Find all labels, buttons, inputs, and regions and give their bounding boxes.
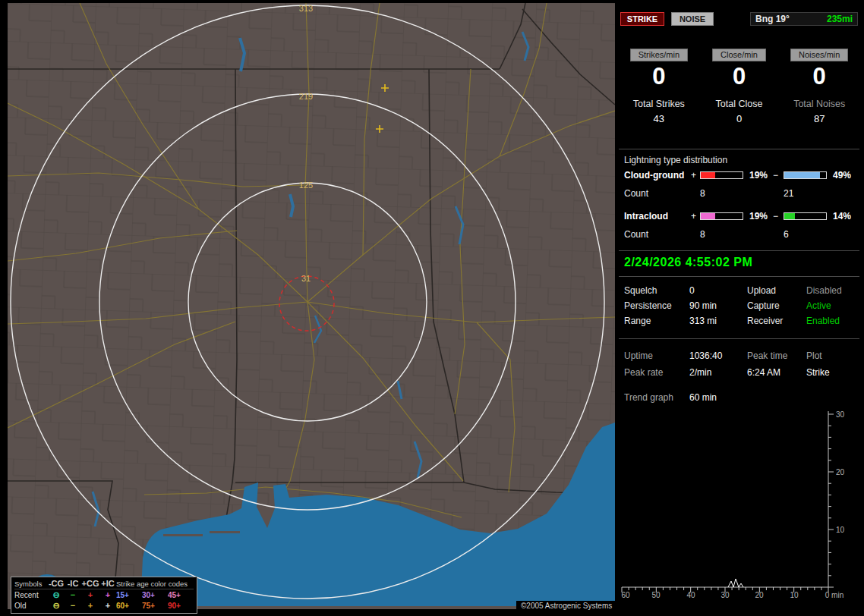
plot-label: Plot — [806, 350, 858, 361]
status-panel: STRIKE NOISE Bng 19° 235mi Strikes/min C… — [619, 6, 859, 613]
total-strikes-label: Total Strikes — [619, 99, 699, 109]
rate-chip-row: Strikes/min Close/min Noises/min — [619, 49, 859, 61]
range-label: Range — [624, 316, 689, 326]
total-close-value: 0 — [699, 113, 780, 124]
svg-text:0 min: 0 min — [825, 591, 844, 599]
cg-neg-bar-fill — [784, 172, 820, 178]
capture-status: Active — [806, 300, 858, 311]
age-code: 90+ — [168, 602, 194, 610]
persistence-label: Persistence — [624, 300, 689, 311]
plus-sign: + — [691, 170, 700, 181]
cg-neg-old-icon: ⊖ — [48, 602, 65, 610]
age-code: 15+ — [116, 591, 142, 599]
squelch-value: 0 — [689, 285, 747, 296]
bearing-display: Bng 19° 235mi — [750, 12, 858, 26]
trend-activity-spikes — [728, 579, 743, 587]
cg-pos-pct: 19% — [747, 170, 773, 181]
ic-neg-bar — [784, 212, 827, 220]
svg-text:20: 20 — [836, 468, 845, 476]
noises-per-min-chip: Noises/min — [790, 49, 848, 61]
close-per-min-chip: Close/min — [712, 49, 766, 61]
svg-text:20: 20 — [755, 591, 764, 599]
legend-age-header: Strike age color codes — [116, 580, 194, 588]
cg-neg-count: 21 — [784, 188, 831, 199]
svg-text:30: 30 — [836, 410, 845, 419]
noises-per-min-value: 0 — [779, 63, 859, 90]
strikes-per-min-chip: Strikes/min — [630, 49, 688, 61]
legend-col-ic-pos: +IC — [99, 580, 116, 588]
trend-graph: 30 20 10 60 50 40 30 20 10 0 min — [620, 407, 857, 608]
divider — [619, 338, 859, 339]
cloud-ground-label: Cloud-ground — [624, 170, 691, 181]
minus-sign: − — [773, 170, 784, 181]
cg-pos-count: 8 — [700, 188, 747, 199]
total-strikes-value: 43 — [619, 113, 699, 124]
legend-row-label: Recent — [14, 591, 48, 599]
legend-row-recent: Recent ⊖ − + + 15+ 30+ 45+ — [14, 589, 194, 600]
age-code: 45+ — [168, 591, 194, 599]
ic-pos-pct: 19% — [747, 211, 773, 222]
cg-pos-old-icon: + — [81, 602, 99, 610]
total-close-label: Total Close — [699, 99, 780, 109]
trend-graph-label: Trend graph — [624, 392, 689, 403]
trend-axes — [622, 411, 834, 592]
svg-text:10: 10 — [836, 526, 845, 534]
ic-pos-recent-icon: + — [99, 591, 116, 599]
trend-x-tick-labels: 60 50 40 30 20 10 0 min — [621, 591, 844, 599]
svg-text:30: 30 — [721, 591, 730, 599]
cg-pos-bar — [700, 171, 743, 179]
receiver-label: Receiver — [747, 316, 806, 326]
map-view[interactable]: 313 219 125 31 — [8, 3, 615, 609]
intracloud-count-row: Count 8 6 — [624, 229, 858, 240]
strike-toggle-button[interactable]: STRIKE — [620, 12, 664, 26]
legend-symbols-header: Symbols — [14, 580, 48, 588]
svg-text:125: 125 — [299, 181, 313, 190]
map-legend: Symbols -CG -IC +CG +IC Strike age color… — [11, 577, 197, 614]
mode-toggle-row: STRIKE NOISE Bng 19° 235mi — [619, 12, 859, 26]
map-svg: 313 219 125 31 — [8, 3, 615, 606]
svg-text:60: 60 — [621, 591, 630, 599]
settings-row: Range 313 mi Receiver Enabled — [624, 314, 858, 328]
svg-text:50: 50 — [651, 591, 661, 599]
uptime-value: 1036:40 — [689, 350, 747, 361]
ic-neg-bar-fill — [784, 213, 795, 219]
distribution-title: Lightning type distribution — [624, 155, 859, 165]
persistence-value: 90 min — [689, 300, 747, 311]
strikes-per-min-value: 0 — [619, 63, 699, 90]
ic-neg-old-icon: − — [65, 602, 81, 610]
total-noises-value: 87 — [779, 113, 859, 124]
svg-text:31: 31 — [301, 274, 311, 283]
peak-time-label: Peak time — [747, 350, 806, 361]
trend-header: Trend graph 60 min — [624, 391, 858, 404]
uptime-label: Uptime — [624, 350, 689, 361]
totals-label-row: Total Strikes Total Close Total Noises — [619, 99, 859, 109]
age-code: 60+ — [116, 602, 142, 610]
upload-status: Disabled — [806, 285, 858, 296]
cg-neg-bar — [784, 171, 827, 179]
cg-neg-pct: 49% — [831, 170, 858, 181]
plus-sign: + — [691, 211, 700, 222]
totals-value-row: 43 0 87 — [619, 113, 859, 124]
squelch-label: Squelch — [624, 285, 689, 296]
ic-pos-bar — [700, 212, 743, 220]
stats-row: Uptime 1036:40 Peak time Plot — [624, 349, 858, 363]
count-label: Count — [624, 188, 691, 199]
plot-value: Strike — [806, 367, 858, 378]
datetime-display: 2/24/2026 4:55:02 PM — [624, 256, 859, 269]
copyright-text: ©2005 Astrogenic Systems — [516, 601, 616, 611]
receiver-status: Enabled — [806, 316, 858, 326]
trend-window-value: 60 min — [689, 392, 747, 403]
cg-pos-recent-icon: + — [81, 591, 99, 599]
peak-rate-value: 2/min — [689, 367, 747, 378]
range-value: 313 mi — [689, 316, 747, 326]
ic-neg-pct: 14% — [831, 211, 858, 222]
svg-text:219: 219 — [299, 92, 313, 101]
legend-header: Symbols -CG -IC +CG +IC Strike age color… — [14, 579, 194, 589]
divider — [619, 250, 859, 251]
age-code: 30+ — [142, 591, 168, 599]
divider — [619, 276, 859, 277]
noise-toggle-button[interactable]: NOISE — [671, 12, 714, 26]
legend-col-cg-pos: +CG — [81, 580, 99, 588]
legend-row-old: Old ⊖ − + + 60+ 75+ 90+ — [14, 600, 194, 611]
cg-neg-recent-icon: ⊖ — [48, 591, 65, 599]
